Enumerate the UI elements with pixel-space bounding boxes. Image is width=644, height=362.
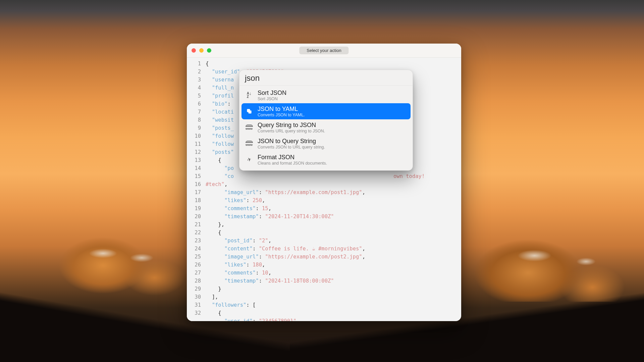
line-number: 22 (187, 229, 201, 237)
code-line[interactable]: { (206, 309, 457, 317)
code-line[interactable]: "likes": 250, (206, 196, 457, 204)
minimize-icon[interactable] (199, 48, 204, 53)
www-icon: www (245, 123, 254, 132)
code-line[interactable]: { (206, 60, 457, 68)
palette-item-subtitle: Cleans and format JSON documents. (258, 161, 327, 166)
code-line[interactable]: "timestamp": "2024-11-18T08:00:00Z" (206, 277, 457, 285)
code-line[interactable]: } (206, 285, 457, 293)
code-line[interactable]: "likes": 180, (206, 261, 457, 269)
code-line[interactable]: "image_url": "https://example.com/post2.… (206, 253, 457, 261)
code-line[interactable]: { (206, 229, 457, 237)
line-number: 24 (187, 245, 201, 253)
code-line[interactable]: "content": "Coffee is life. ☕ #morningvi… (206, 245, 457, 253)
line-number: 26 (187, 261, 201, 269)
palette-item-title: JSON to YAML (258, 105, 305, 113)
code-line[interactable]: "image_url": "https://example.com/post1.… (206, 188, 457, 196)
line-number: 31 (187, 301, 201, 309)
line-number: 8 (187, 116, 201, 124)
line-number: 23 (187, 237, 201, 245)
palette-item-title: Sort JSON (258, 89, 286, 97)
line-number: 10 (187, 132, 201, 140)
line-number: 14 (187, 164, 201, 172)
palette-search-input[interactable]: json (239, 70, 413, 86)
code-line[interactable]: "user_id": "2345678901" (206, 317, 457, 321)
line-number: 17 (187, 188, 201, 196)
code-line[interactable]: "comments": 10, (206, 269, 457, 277)
command-palette: json A↓ZSort JSONSort JSONJSON to YAMLCo… (239, 70, 413, 171)
line-number: 6 (187, 100, 201, 108)
convert-icon (245, 107, 254, 116)
svg-rect-1 (249, 111, 252, 114)
code-line[interactable]: #tech", (206, 180, 457, 188)
line-number: 15 (187, 172, 201, 180)
format-icon: ✈ (244, 154, 255, 165)
line-number: 27 (187, 269, 201, 277)
palette-item-subtitle: Converts URL query string to JSON. (258, 129, 325, 133)
palette-item-title: Query String to JSON (258, 121, 325, 129)
code-line[interactable]: "post_id": "2", (206, 237, 457, 245)
line-number: 21 (187, 221, 201, 229)
line-number: 13 (187, 156, 201, 164)
sort-icon: A↓Z (245, 91, 254, 100)
zoom-icon[interactable] (207, 48, 211, 53)
code-line[interactable]: }, (206, 221, 457, 229)
line-number: 4 (187, 84, 201, 92)
palette-item-subtitle: Sort JSON (258, 97, 286, 101)
line-number: 9 (187, 124, 201, 132)
line-number: 2 (187, 68, 201, 76)
palette-item-subtitle: Converts JSON to URL query string. (258, 145, 325, 149)
code-line[interactable]: "co own today! (206, 172, 457, 180)
titlebar[interactable]: Select your action (187, 44, 461, 58)
palette-item-json-to-query-string[interactable]: wwwJSON to Query StringConverts JSON to … (241, 135, 411, 152)
line-number: 29 (187, 285, 201, 293)
line-number: 12 (187, 148, 201, 156)
line-number: 32 (187, 309, 201, 317)
line-number: 16 (187, 180, 201, 188)
line-number: 20 (187, 213, 201, 221)
line-number: 11 (187, 140, 201, 148)
line-number: 5 (187, 92, 201, 100)
line-number: 1 (187, 60, 201, 68)
palette-item-title: Format JSON (258, 154, 327, 161)
palette-list: A↓ZSort JSONSort JSONJSON to YAMLConvert… (239, 86, 413, 170)
code-line[interactable]: ], (206, 293, 457, 301)
code-line[interactable]: "comments": 15, (206, 204, 457, 213)
gutter: 1234567891011121314151617181920212223242… (187, 58, 203, 321)
traffic-lights (192, 48, 211, 53)
palette-item-format-json[interactable]: ✈Format JSONCleans and format JSON docum… (241, 152, 411, 168)
palette-item-query-string-to-json[interactable]: wwwQuery String to JSONConverts URL quer… (241, 119, 411, 135)
close-icon[interactable] (192, 48, 196, 53)
action-bar[interactable]: Select your action (299, 47, 348, 54)
line-number: 28 (187, 277, 201, 285)
line-number: 30 (187, 293, 201, 301)
palette-item-sort-json[interactable]: A↓ZSort JSONSort JSON (241, 87, 411, 103)
code-line[interactable]: "timestamp": "2024-11-20T14:30:00Z" (206, 213, 457, 221)
line-number: 19 (187, 204, 201, 213)
palette-item-title: JSON to Query String (258, 137, 325, 145)
palette-item-subtitle: Converts JSON to YAML. (258, 113, 305, 117)
line-number: 18 (187, 196, 201, 204)
line-number: 25 (187, 253, 201, 261)
palette-item-json-to-yaml[interactable]: JSON to YAMLConverts JSON to YAML. (241, 103, 411, 119)
code-line[interactable]: "followers": [ (206, 301, 457, 309)
www-icon: www (245, 139, 254, 148)
line-number: 7 (187, 108, 201, 116)
line-number: 3 (187, 76, 201, 84)
